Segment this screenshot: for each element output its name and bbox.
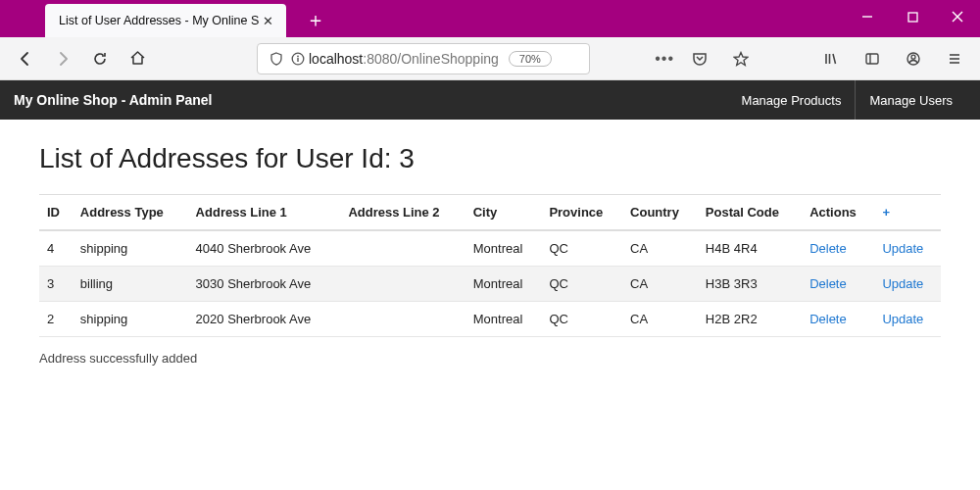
tab-title: List of User Addresses - My Online S xyxy=(59,14,259,27)
zoom-badge[interactable]: 70% xyxy=(509,51,552,67)
url-rest: :8080/OnlineShopping xyxy=(363,51,499,67)
cell-country: CA xyxy=(622,302,698,337)
cell-postal: H4B 4R4 xyxy=(698,230,802,267)
url-host: localhost xyxy=(309,51,363,67)
cell-type: shipping xyxy=(73,230,188,267)
address-bar[interactable]: localhost:8080/OnlineShopping 70% xyxy=(257,43,590,74)
th-country: Country xyxy=(622,195,698,231)
app-header: My Online Shop - Admin Panel Manage Prod… xyxy=(0,80,980,120)
app-title: My Online Shop - Admin Panel xyxy=(14,92,213,108)
svg-line-2 xyxy=(953,12,962,22)
cell-type: shipping xyxy=(73,302,188,337)
cell-id: 2 xyxy=(39,302,73,337)
th-city: City xyxy=(466,195,542,231)
cell-province: QC xyxy=(541,230,622,267)
status-message: Address successfully added xyxy=(39,351,941,366)
table-row: 2 shipping 2020 Sherbrook Ave Montreal Q… xyxy=(39,302,941,337)
forward-button[interactable] xyxy=(47,43,78,74)
address-table: ID Address Type Address Line 1 Address L… xyxy=(39,194,941,337)
cell-type: billing xyxy=(73,267,188,302)
svg-rect-10 xyxy=(866,54,878,64)
page-actions-icon[interactable]: ••• xyxy=(655,50,674,68)
menu-icon[interactable] xyxy=(939,43,970,74)
update-link[interactable]: Update xyxy=(882,276,923,291)
browser-toolbar: localhost:8080/OnlineShopping 70% ••• xyxy=(0,37,980,80)
new-tab-button[interactable]: ＋ xyxy=(302,6,329,33)
page-title: List of Addresses for User Id: 3 xyxy=(39,143,941,174)
cell-postal: H3B 3R3 xyxy=(698,267,802,302)
th-line1: Address Line 1 xyxy=(188,195,341,231)
th-line2: Address Line 2 xyxy=(340,195,465,231)
pocket-icon[interactable] xyxy=(684,43,715,74)
svg-line-3 xyxy=(953,12,962,22)
table-row: 4 shipping 4040 Sherbrook Ave Montreal Q… xyxy=(39,230,941,267)
add-address-button[interactable]: + xyxy=(874,195,941,231)
th-actions: Actions xyxy=(802,195,874,231)
cell-line1: 3030 Sherbrook Ave xyxy=(188,267,341,302)
cell-city: Montreal xyxy=(466,230,542,267)
cell-line2 xyxy=(340,302,465,337)
close-tab-icon[interactable]: ✕ xyxy=(259,12,276,29)
window-titlebar: List of User Addresses - My Online S ✕ ＋ xyxy=(0,0,980,37)
cell-country: CA xyxy=(622,230,698,267)
home-button[interactable] xyxy=(122,43,153,74)
svg-point-13 xyxy=(911,55,915,59)
cell-line1: 2020 Sherbrook Ave xyxy=(188,302,341,337)
cell-province: QC xyxy=(541,267,622,302)
app-nav: Manage Products Manage Users xyxy=(728,80,966,120)
reload-button[interactable] xyxy=(84,43,116,74)
update-link[interactable]: Update xyxy=(882,241,923,256)
window-controls xyxy=(845,0,980,33)
cell-id: 4 xyxy=(39,230,73,267)
page-content: List of Addresses for User Id: 3 ID Addr… xyxy=(0,120,980,389)
cell-country: CA xyxy=(622,267,698,302)
shield-icon xyxy=(266,52,287,66)
nav-manage-products[interactable]: Manage Products xyxy=(728,80,856,120)
svg-point-5 xyxy=(297,55,299,57)
th-postal: Postal Code xyxy=(698,195,802,231)
close-window-button[interactable] xyxy=(935,0,980,33)
cell-line1: 4040 Sherbrook Ave xyxy=(188,230,341,267)
minimize-button[interactable] xyxy=(845,0,890,33)
nav-manage-users[interactable]: Manage Users xyxy=(855,80,966,120)
bookmark-star-icon[interactable] xyxy=(725,43,757,74)
cell-id: 3 xyxy=(39,267,73,302)
cell-city: Montreal xyxy=(466,267,542,302)
svg-line-9 xyxy=(833,54,836,64)
svg-rect-6 xyxy=(297,58,298,62)
url-text: localhost:8080/OnlineShopping xyxy=(309,51,499,67)
cell-line2 xyxy=(340,230,465,267)
sidebar-icon[interactable] xyxy=(857,43,888,74)
table-header-row: ID Address Type Address Line 1 Address L… xyxy=(39,195,941,231)
cell-line2 xyxy=(340,267,465,302)
library-icon[interactable] xyxy=(815,43,847,74)
account-icon[interactable] xyxy=(898,43,929,74)
info-icon[interactable] xyxy=(287,52,309,66)
th-type: Address Type xyxy=(73,195,188,231)
delete-link[interactable]: Delete xyxy=(809,241,847,256)
th-province: Province xyxy=(541,195,622,231)
maximize-button[interactable] xyxy=(890,0,935,33)
th-id: ID xyxy=(39,195,73,231)
back-button[interactable] xyxy=(10,43,41,74)
cell-city: Montreal xyxy=(466,302,542,337)
cell-postal: H2B 2R2 xyxy=(698,302,802,337)
browser-tab[interactable]: List of User Addresses - My Online S ✕ xyxy=(45,4,286,37)
update-link[interactable]: Update xyxy=(882,312,923,326)
delete-link[interactable]: Delete xyxy=(809,312,847,326)
table-row: 3 billing 3030 Sherbrook Ave Montreal QC… xyxy=(39,267,941,302)
cell-province: QC xyxy=(541,302,622,337)
svg-rect-1 xyxy=(908,13,917,22)
delete-link[interactable]: Delete xyxy=(809,276,847,291)
